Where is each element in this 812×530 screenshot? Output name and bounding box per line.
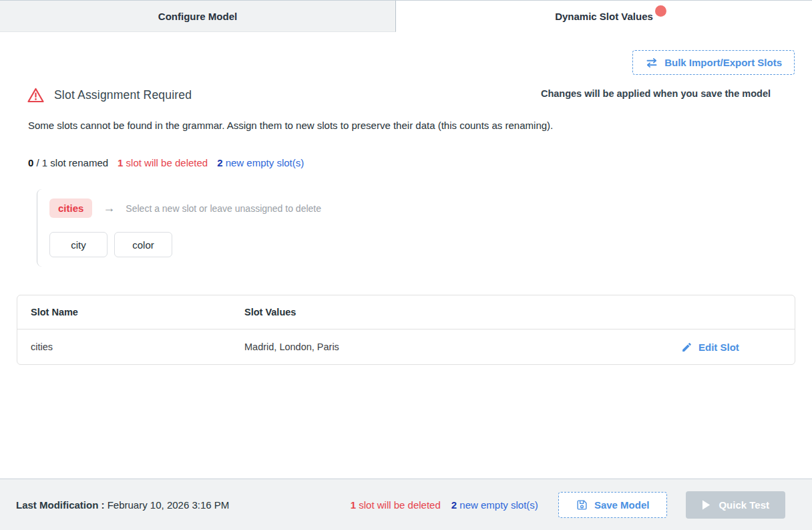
footer-empty-counter: 2 new empty slot(s) bbox=[451, 499, 538, 511]
footer-empty-label: new empty slot(s) bbox=[459, 499, 538, 511]
footer-deleted-label: slot will be deleted bbox=[359, 499, 441, 511]
footer-deleted-count: 1 bbox=[351, 499, 356, 511]
slot-table-header: Slot Name Slot Values bbox=[17, 295, 795, 329]
apply-note: Changes will be applied when you save th… bbox=[541, 88, 771, 99]
slot-name-cell: cities bbox=[17, 342, 244, 352]
slot-counters: 0 / 1 slot renamed 1 slot will be delete… bbox=[28, 157, 304, 168]
renamed-label: / 1 slot renamed bbox=[37, 157, 109, 168]
dynamic-slot-values-page: Configure Model Dynamic Slot Values Bulk… bbox=[0, 0, 812, 530]
warning-icon bbox=[27, 87, 45, 104]
save-icon bbox=[576, 499, 588, 511]
tab-dynamic-slot-values-label: Dynamic Slot Values bbox=[555, 11, 653, 22]
deleted-label: slot will be deleted bbox=[126, 157, 208, 168]
warning-title: Slot Assignment Required bbox=[54, 88, 192, 102]
column-header-slot-name: Slot Name bbox=[17, 307, 244, 317]
footer-empty-count: 2 bbox=[451, 499, 457, 511]
arrow-right-icon: → bbox=[103, 201, 115, 215]
pencil-icon bbox=[681, 342, 692, 353]
deleted-count: 1 bbox=[118, 157, 123, 168]
play-icon bbox=[702, 500, 710, 510]
tab-configure-model-label: Configure Model bbox=[158, 11, 237, 22]
footer-bar: Last Modification : February 10, 2026 3:… bbox=[0, 479, 812, 530]
quick-test-button[interactable]: Quick Test bbox=[686, 491, 785, 519]
slot-values-cell: Madrid, London, Paris bbox=[244, 342, 681, 352]
empty-label: new empty slot(s) bbox=[226, 157, 304, 168]
save-model-button[interactable]: Save Model bbox=[558, 492, 668, 518]
swap-icon bbox=[645, 57, 658, 69]
last-modification-value: February 10, 2026 3:16 PM bbox=[108, 499, 230, 511]
deleted-counter: 1 slot will be deleted bbox=[118, 157, 208, 168]
edit-slot-label: Edit Slot bbox=[698, 342, 739, 353]
tab-dynamic-slot-values[interactable]: Dynamic Slot Values bbox=[396, 1, 812, 32]
warning-description: Some slots cannot be found in the gramma… bbox=[28, 120, 553, 131]
slot-assignment-block: cities → Select a new slot or leave unas… bbox=[37, 189, 504, 267]
footer-deleted-counter: 1 slot will be deleted bbox=[351, 499, 441, 511]
suggestion-button-city[interactable]: city bbox=[49, 232, 108, 257]
empty-count: 2 bbox=[217, 157, 222, 168]
slot-table: Slot Name Slot Values cities Madrid, Lon… bbox=[17, 295, 795, 365]
bulk-import-export-button[interactable]: Bulk Import/Export Slots bbox=[632, 50, 795, 75]
notification-dot bbox=[655, 5, 666, 17]
save-model-label: Save Model bbox=[594, 499, 650, 511]
slot-assignment-warning: Slot Assignment Required bbox=[27, 87, 192, 104]
orphan-slot-chip[interactable]: cities bbox=[49, 198, 92, 218]
edit-slot-button[interactable]: Edit Slot bbox=[681, 342, 739, 353]
renamed-count: 0 bbox=[28, 157, 33, 168]
last-modification-label: Last Modification : bbox=[16, 499, 105, 511]
bulk-import-export-label: Bulk Import/Export Slots bbox=[664, 57, 782, 68]
assignment-hint: Select a new slot or leave unassigned to… bbox=[126, 203, 321, 214]
column-header-slot-values: Slot Values bbox=[244, 307, 681, 317]
suggestion-button-color[interactable]: color bbox=[114, 232, 172, 257]
quick-test-label: Quick Test bbox=[719, 499, 769, 511]
tab-configure-model[interactable]: Configure Model bbox=[0, 1, 396, 32]
table-row: cities Madrid, London, Paris Edit Slot bbox=[17, 329, 795, 364]
empty-counter: 2 new empty slot(s) bbox=[217, 157, 304, 168]
last-modification: Last Modification : February 10, 2026 3:… bbox=[16, 499, 229, 511]
renamed-counter: 0 / 1 slot renamed bbox=[28, 157, 108, 168]
footer-actions: 1 slot will be deleted 2 new empty slot(… bbox=[351, 491, 785, 519]
tab-bar: Configure Model Dynamic Slot Values bbox=[0, 0, 812, 32]
